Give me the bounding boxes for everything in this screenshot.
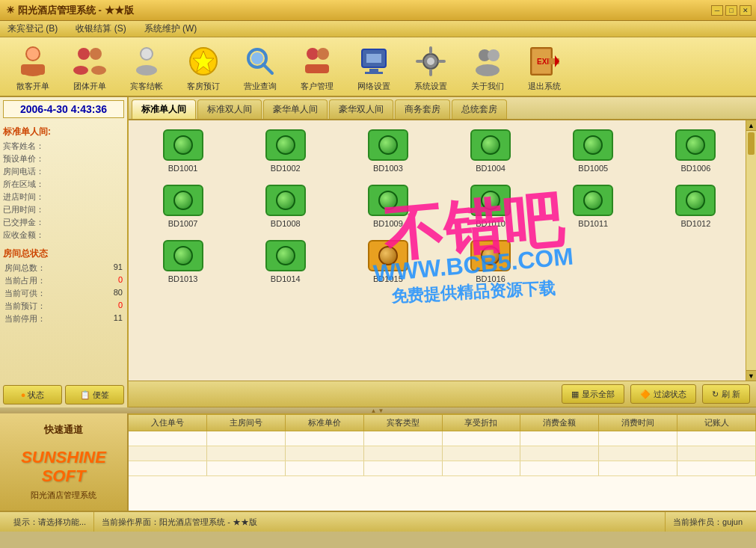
toolbar-btn-room-booking[interactable]: 客房预订 bbox=[176, 40, 230, 93]
room-item-r1001[interactable]: BD1001 bbox=[138, 129, 228, 173]
title-icon: ☀ bbox=[6, 4, 15, 16]
group-checkin-label: 团体开单 bbox=[73, 81, 106, 92]
guest-checkin-icon bbox=[15, 43, 51, 79]
room-icon-r1010 bbox=[470, 185, 511, 216]
title-bar: ☀ 阳光酒店管理系统 - ★★版 ─ □ ✕ bbox=[0, 0, 756, 21]
room-item-r1010[interactable]: BD1010 bbox=[445, 185, 535, 228]
maximize-button[interactable]: □ bbox=[725, 5, 737, 16]
customer-mgmt-icon bbox=[299, 43, 335, 79]
room-tab-3[interactable]: 豪华双人间 bbox=[329, 99, 393, 119]
content-area: 标准单人间标准双人间豪华单人间豪华双人间商务套房总统套房 ▲ ▼ BD1001B… bbox=[129, 97, 756, 407]
toolbar-btn-exit-system[interactable]: EXIT 退出系统 bbox=[517, 40, 571, 93]
bottom-section: 快速通道 SUNSHINE SOFT 阳光酒店管理系统 入住单号 主房间号 标准… bbox=[0, 413, 756, 511]
notes-tab-btn[interactable]: 📋 便签 bbox=[65, 385, 124, 404]
table-area: 入住单号 主房间号 标准单价 宾客类型 享受折扣 消费金额 消费时间 记账人 bbox=[129, 413, 756, 511]
room-number-r1005: BD1005 bbox=[578, 164, 608, 173]
room-grid: BD1001BD1002BD1003BD1004BD1005BD1006BD10… bbox=[129, 120, 756, 292]
toolbar-btn-business-query[interactable]: 营业查询 bbox=[233, 40, 287, 93]
room-icon-r1015 bbox=[368, 240, 408, 271]
room-icon-r1006 bbox=[675, 129, 716, 161]
menu-checkin[interactable]: 来宾登记 (B) bbox=[4, 21, 61, 37]
svg-rect-22 bbox=[365, 72, 383, 74]
system-settings-icon bbox=[413, 43, 449, 79]
status-bar: 提示：请选择功能... 当前操作界面：阳光酒店管理系统 - ★★版 当前操作员：… bbox=[0, 511, 756, 532]
guest-account-label: 宾客结帐 bbox=[130, 81, 163, 92]
room-item-r1012[interactable]: BD1012 bbox=[651, 185, 741, 228]
resize-handle[interactable]: ▲▼ bbox=[0, 407, 756, 413]
status-tab-btn[interactable]: ● 状态 bbox=[3, 385, 62, 404]
room-icon-r1001 bbox=[163, 129, 203, 161]
guest-checkin-label: 散客开单 bbox=[16, 81, 49, 92]
close-button[interactable]: ✕ bbox=[740, 5, 752, 16]
status-occupied: 当前占用： 0 bbox=[3, 274, 124, 287]
room-tab-0[interactable]: 标准单人间 bbox=[132, 99, 196, 119]
col-time: 消费时间 bbox=[599, 415, 677, 431]
table-row[interactable] bbox=[129, 446, 756, 461]
room-item-r1013[interactable]: BD1013 bbox=[138, 240, 228, 283]
room-item-r1014[interactable]: BD1014 bbox=[240, 240, 331, 283]
toolbar-btn-guest-checkin[interactable]: 散客开单 bbox=[6, 40, 60, 93]
toolbar-btn-customer-mgmt[interactable]: 客户管理 bbox=[290, 40, 344, 93]
col-discount: 享受折扣 bbox=[443, 415, 521, 431]
scroll-down-arrow[interactable]: ▼ bbox=[746, 370, 756, 381]
room-item-r1005[interactable]: BD1005 bbox=[548, 129, 639, 173]
room-item-r1004[interactable]: BD1004 bbox=[445, 129, 535, 173]
room-icon-r1002 bbox=[265, 129, 306, 161]
svg-point-16 bbox=[307, 48, 319, 60]
room-item-r1006[interactable]: BD1006 bbox=[651, 129, 741, 173]
status-circle-icon: ● bbox=[21, 390, 26, 399]
room-item-r1015[interactable]: BD1015 bbox=[342, 240, 433, 283]
status-disabled: 当前停用： 11 bbox=[3, 313, 124, 325]
toolbar-btn-about-us[interactable]: 关于我们 bbox=[461, 40, 514, 93]
room-icon-r1007 bbox=[163, 185, 203, 216]
table-row[interactable] bbox=[129, 431, 756, 446]
room-item-r1003[interactable]: BD1003 bbox=[342, 129, 433, 173]
menu-maintenance[interactable]: 系统维护 (W) bbox=[141, 21, 200, 37]
room-number-r1008: BD1008 bbox=[271, 219, 301, 228]
sidebar: 2006-4-30 4:43:36 标准单人间: 宾客姓名： 预设单价： 房间电… bbox=[0, 97, 129, 407]
svg-point-24 bbox=[427, 58, 434, 65]
room-icon-r1016 bbox=[470, 240, 511, 271]
room-item-r1009[interactable]: BD1009 bbox=[342, 185, 433, 228]
refresh-button[interactable]: ↻ 刷 新 bbox=[702, 384, 750, 404]
svg-point-5 bbox=[90, 48, 102, 60]
svg-rect-25 bbox=[429, 46, 432, 54]
sidebar-room-type: 标准单人间: bbox=[3, 126, 124, 138]
scroll-up-arrow[interactable]: ▲ bbox=[746, 120, 756, 131]
group-checkin-icon bbox=[72, 43, 108, 79]
svg-point-2 bbox=[27, 48, 39, 60]
room-tab-1[interactable]: 标准双人间 bbox=[197, 99, 262, 119]
room-number-r1006: BD1006 bbox=[681, 164, 711, 173]
room-item-r1008[interactable]: BD1008 bbox=[240, 185, 331, 228]
toolbar-btn-system-settings[interactable]: 系统设置 bbox=[404, 40, 458, 93]
toolbar-btn-group-checkin[interactable]: 团体开单 bbox=[63, 40, 117, 93]
room-tab-4[interactable]: 商务套房 bbox=[395, 99, 450, 119]
room-number-r1016: BD1016 bbox=[476, 274, 505, 283]
show-all-button[interactable]: ▦ 显示全部 bbox=[562, 384, 624, 404]
toolbar-btn-guest-account[interactable]: 宾客结帐 bbox=[120, 40, 173, 93]
field-checkin-time: 进店时间： bbox=[3, 191, 124, 203]
minimize-button[interactable]: ─ bbox=[711, 5, 723, 16]
status-current-ui: 当前操作界面：阳光酒店管理系统 - ★★版 bbox=[94, 512, 666, 532]
room-number-r1003: BD1003 bbox=[373, 164, 403, 173]
room-item-r1002[interactable]: BD1002 bbox=[240, 129, 331, 173]
col-guest-type: 宾客类型 bbox=[364, 415, 443, 431]
menu-cashier[interactable]: 收银结算 (S) bbox=[73, 21, 129, 37]
room-item-r1016[interactable]: BD1016 bbox=[445, 240, 535, 283]
toolbar: 散客开单 团体开单 宾客结帐 客房预订 营业查询 客户管理 bbox=[0, 37, 756, 97]
table-row[interactable] bbox=[129, 461, 756, 476]
about-us-icon bbox=[470, 43, 505, 79]
room-tab-5[interactable]: 总统套房 bbox=[452, 99, 507, 119]
col-room-no: 主房间号 bbox=[207, 415, 286, 431]
room-item-r1011[interactable]: BD1011 bbox=[548, 185, 639, 228]
room-tab-2[interactable]: 豪华单人间 bbox=[263, 99, 328, 119]
room-item-r1007[interactable]: BD1007 bbox=[138, 185, 228, 228]
business-query-label: 营业查询 bbox=[244, 81, 277, 92]
status-available: 当前可供： 80 bbox=[3, 287, 124, 300]
room-number-r1002: BD1002 bbox=[271, 164, 301, 173]
quick-access-panel: 快速通道 SUNSHINE SOFT 阳光酒店管理系统 bbox=[0, 413, 129, 511]
toolbar-btn-network-settings[interactable]: 网络设置 bbox=[347, 40, 401, 93]
filter-status-button[interactable]: 🔶 过滤状态 bbox=[630, 384, 696, 404]
room-number-r1013: BD1013 bbox=[168, 274, 198, 283]
svg-marker-36 bbox=[555, 55, 559, 67]
